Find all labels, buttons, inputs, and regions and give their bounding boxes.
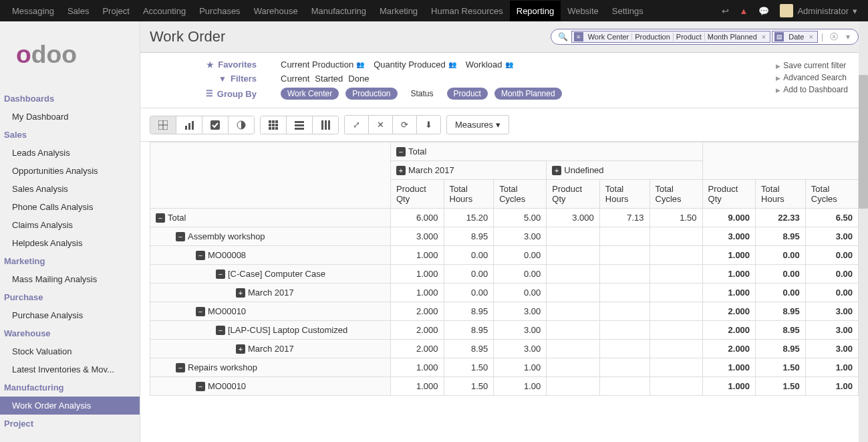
expand-icon[interactable]: + — [396, 166, 406, 175]
view-table-button[interactable] — [150, 116, 176, 134]
sidebar-item[interactable]: My Dashboard — [0, 108, 140, 126]
collapse-icon[interactable]: − — [176, 363, 185, 372]
sidebar-item[interactable]: Claims Analysis — [0, 216, 140, 234]
top-menu-reporting[interactable]: Reporting — [510, 1, 561, 21]
filter-item[interactable]: Current — [281, 74, 309, 84]
metric-header[interactable]: Total Cycles — [494, 180, 547, 209]
sidebar-section-manufacturing[interactable]: Manufacturing — [0, 378, 140, 397]
view-contrast-button[interactable] — [229, 116, 254, 134]
sidebar-item[interactable]: Opportunities Analysis — [0, 162, 140, 180]
top-menu-marketing[interactable]: Marketing — [373, 1, 424, 21]
top-menu-sales[interactable]: Sales — [61, 1, 96, 21]
top-menu-messaging[interactable]: Messaging — [5, 1, 61, 21]
top-menu-manufacturing[interactable]: Manufacturing — [305, 1, 373, 21]
view-check-button[interactable] — [202, 116, 229, 134]
remove-facet-icon[interactable]: × — [760, 33, 768, 41]
measures-button[interactable]: Measures▾ — [446, 115, 509, 134]
sidebar-section-project[interactable]: Project — [0, 415, 140, 433]
collapse-icon[interactable]: − — [196, 251, 205, 260]
sidebar-section-warehouse[interactable]: Warehouse — [0, 324, 140, 342]
favorite-item[interactable]: Current Production 👥 — [281, 60, 364, 70]
sidebar-item[interactable]: Stock Valuation — [0, 342, 140, 360]
col-header[interactable]: March 2017 — [408, 165, 454, 175]
top-menu-accounting[interactable]: Accounting — [136, 1, 192, 21]
collapse-icon[interactable]: − — [156, 213, 165, 223]
col-header[interactable]: Undefined — [564, 165, 603, 175]
row-header[interactable]: −Total — [150, 209, 391, 227]
col-header[interactable]: Total — [408, 146, 426, 156]
scrollbar-thumb[interactable] — [859, 75, 868, 209]
metric-header[interactable]: Total Cycles — [649, 180, 702, 209]
metric-header[interactable]: Product Qty — [391, 180, 444, 209]
view-bar-button[interactable] — [176, 116, 202, 134]
groupby-chip[interactable]: Work Center — [281, 88, 339, 100]
groupby-chip[interactable]: Production — [345, 88, 397, 100]
layout-rows-button[interactable] — [287, 116, 313, 134]
sidebar-item[interactable]: Leads Analysis — [0, 144, 140, 162]
expand-icon[interactable]: + — [552, 166, 561, 175]
expand-icon[interactable]: + — [236, 344, 245, 354]
groupby-chip[interactable]: Month Planned — [494, 88, 562, 100]
user-menu[interactable]: Administrator ▾ — [774, 4, 863, 17]
row-header[interactable]: −[LAP-CUS] Laptop Customized — [150, 321, 391, 340]
sidebar-item[interactable]: Sales Analysis — [0, 180, 140, 198]
expand-button[interactable]: ⤢ — [345, 116, 369, 134]
row-header[interactable]: −Repairs workshop — [150, 358, 391, 377]
favorite-item[interactable]: Quantity Produced 👥 — [374, 60, 456, 70]
collapse-icon[interactable]: − — [196, 307, 205, 316]
row-header[interactable]: −Assembly workshop — [150, 227, 391, 246]
top-menu-website[interactable]: Website — [561, 1, 605, 21]
sidebar-section-purchase[interactable]: Purchase — [0, 288, 140, 306]
row-header[interactable]: +March 2017 — [150, 340, 391, 358]
filter-item[interactable]: Started — [315, 74, 343, 84]
collapse-icon[interactable]: − — [216, 326, 225, 335]
expand-icon[interactable]: + — [236, 288, 245, 298]
row-header[interactable]: −[C-Case] Computer Case — [150, 265, 391, 284]
clear-search-icon[interactable]: ⓧ — [826, 31, 842, 43]
groupby-chip[interactable]: Product — [447, 88, 488, 100]
swap-button[interactable]: ✕ — [369, 116, 393, 134]
warning-icon[interactable]: ▲ — [734, 6, 754, 16]
metric-header[interactable]: Product Qty — [702, 180, 756, 209]
sidebar-item[interactable]: Latest Inventories & Mov... — [0, 360, 140, 378]
row-header[interactable]: +March 2017 — [150, 284, 391, 302]
search-more-icon[interactable]: ▾ — [842, 32, 854, 41]
row-header[interactable]: −MO00010 — [150, 302, 391, 321]
sidebar-item[interactable]: Phone Calls Analysis — [0, 198, 140, 216]
collapse-icon[interactable]: − — [196, 382, 205, 391]
panel-action[interactable]: ▶Save current filter — [776, 60, 848, 72]
metric-header[interactable]: Total Hours — [444, 180, 494, 209]
row-header[interactable]: −MO00010 — [150, 377, 391, 396]
top-menu-human-resources[interactable]: Human Resources — [424, 1, 510, 21]
panel-action[interactable]: ▶Advanced Search — [776, 72, 848, 84]
sidebar-section-dashboards[interactable]: Dashboards — [0, 90, 140, 108]
sidebar-section-marketing[interactable]: Marketing — [0, 252, 140, 270]
collapse-icon[interactable]: − — [396, 147, 406, 156]
search-view[interactable]: 🔍 ≡ Work CenterProductionProductMonth Pl… — [551, 29, 859, 45]
groupby-chip[interactable]: Status — [404, 88, 440, 100]
top-menu-project[interactable]: Project — [96, 1, 136, 21]
metric-header[interactable]: Total Hours — [599, 180, 649, 209]
filter-item[interactable]: Done — [348, 74, 369, 84]
panel-action[interactable]: ▶Add to Dashboard — [776, 84, 848, 96]
remove-facet-icon[interactable]: × — [807, 33, 815, 41]
chat-icon[interactable]: 💬 — [753, 6, 774, 16]
sidebar-item[interactable]: Work Order Analysis — [0, 397, 140, 415]
sidebar-item[interactable]: Mass Mailing Analysis — [0, 270, 140, 288]
row-header[interactable]: −MO00008 — [150, 246, 391, 265]
top-menu-warehouse[interactable]: Warehouse — [247, 1, 305, 21]
collapse-icon[interactable]: − — [216, 269, 225, 279]
favorite-item[interactable]: Workload 👥 — [466, 60, 513, 70]
metric-header[interactable]: Product Qty — [547, 180, 600, 209]
layout-grid-button[interactable] — [261, 116, 287, 134]
collapse-icon[interactable]: − — [176, 232, 185, 241]
top-menu-settings[interactable]: Settings — [605, 1, 650, 21]
top-menu-purchases[interactable]: Purchases — [192, 1, 247, 21]
refresh-button[interactable]: ⟳ — [393, 116, 417, 134]
download-button[interactable]: ⬇ — [417, 116, 440, 134]
metric-header[interactable]: Total Hours — [756, 180, 806, 209]
sidebar-item[interactable]: Purchase Analysis — [0, 306, 140, 324]
search-facet-filter[interactable]: ▤ Date × — [772, 31, 818, 43]
sidebar-item[interactable]: Helpdesk Analysis — [0, 234, 140, 252]
layout-cols-button[interactable] — [313, 116, 338, 134]
